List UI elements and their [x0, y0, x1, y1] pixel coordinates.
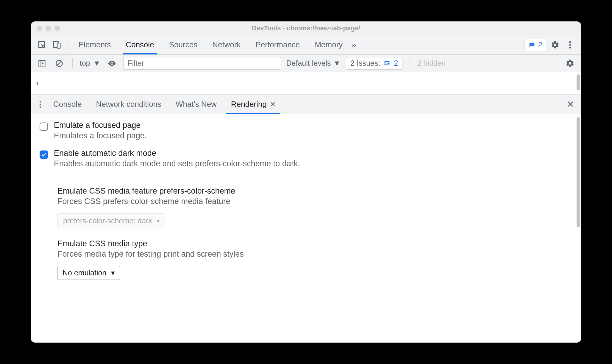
rendering-panel: Emulate a focused page Emulates a focuse… — [31, 114, 581, 343]
console-toolbar: top ▼ Default levels ▼ 2 Issues: 2 2 hid… — [31, 55, 581, 72]
clear-console-icon[interactable] — [53, 57, 65, 69]
section-title: Emulate CSS media type — [57, 239, 572, 248]
tab-network[interactable]: Network — [206, 35, 246, 54]
checkbox-emulate-focused[interactable] — [40, 123, 48, 131]
tab-label: Rendering — [231, 100, 267, 109]
kebab-menu-icon[interactable] — [564, 39, 576, 51]
sidebar-toggle-icon[interactable] — [36, 57, 48, 69]
drawer-tab-network-conditions[interactable]: Network conditions — [89, 95, 168, 114]
separator — [68, 40, 68, 50]
drawer-close-icon[interactable]: ✕ — [564, 99, 577, 109]
svg-point-15 — [40, 101, 41, 102]
svg-rect-14 — [385, 63, 388, 64]
tab-label: Performance — [256, 40, 300, 49]
tab-label: Console — [53, 100, 82, 109]
select-value: No emulation — [63, 269, 106, 277]
section-title: Emulate CSS media feature prefers-color-… — [57, 186, 572, 196]
option-title: Emulate a focused page — [54, 121, 147, 130]
issues-count: 2 — [538, 40, 542, 49]
tab-label: Elements — [79, 40, 111, 49]
console-prompt[interactable]: › — [31, 72, 581, 95]
message-icon — [383, 60, 391, 67]
main-tabs: Elements Console Sources Network Perform… — [31, 35, 581, 55]
levels-selector[interactable]: Default levels ▼ — [286, 59, 341, 68]
inspect-element-icon[interactable] — [36, 39, 48, 51]
section-desc: Forces media type for testing print and … — [57, 250, 572, 259]
devtools-window: DevTools - chrome://new-tab-page/ Elemen… — [31, 21, 581, 343]
tab-sources[interactable]: Sources — [163, 35, 203, 54]
tab-label: What's New — [176, 100, 217, 109]
drawer-tab-console[interactable]: Console — [47, 95, 88, 114]
tab-label: Network — [212, 40, 241, 49]
separator — [410, 58, 410, 68]
chevron-down-icon: ▼ — [93, 59, 101, 68]
select-prefers-color-scheme[interactable]: prefers-color-scheme: dark ▾ — [57, 213, 165, 228]
option-emulate-focused: Emulate a focused page Emulates a focuse… — [40, 121, 572, 140]
tab-label: Console — [126, 40, 154, 49]
tab-label: Memory — [315, 40, 343, 49]
drawer-tab-whats-new[interactable]: What's New — [169, 95, 223, 114]
option-auto-dark-mode: Enable automatic dark mode Enables autom… — [40, 149, 572, 168]
scrollbar-thumb[interactable] — [577, 74, 580, 90]
check-icon — [41, 152, 46, 157]
context-label: top — [80, 59, 90, 68]
chevron-down-icon: ▼ — [333, 59, 341, 68]
select-media-type[interactable]: No emulation ▾ — [57, 266, 120, 280]
tab-console[interactable]: Console — [120, 35, 160, 54]
context-selector[interactable]: top ▼ — [80, 59, 101, 68]
svg-rect-3 — [530, 44, 533, 44]
drawer-tab-rendering[interactable]: Rendering ✕ — [224, 95, 282, 114]
issues-label: 2 Issues: — [350, 59, 380, 68]
svg-rect-8 — [39, 60, 45, 66]
svg-point-17 — [40, 106, 41, 108]
section-desc: Forces CSS prefers-color-scheme media fe… — [57, 197, 572, 206]
section-media-type: Emulate CSS media type Forces media type… — [57, 239, 572, 280]
traffic-light-minimize[interactable] — [46, 26, 51, 31]
device-toggle-icon[interactable] — [51, 39, 63, 51]
drawer-menu-icon[interactable] — [35, 101, 46, 108]
message-icon — [528, 42, 536, 48]
svg-point-12 — [111, 62, 113, 64]
tab-label: Network conditions — [96, 100, 161, 109]
svg-line-11 — [57, 61, 61, 65]
tab-elements[interactable]: Elements — [73, 35, 117, 54]
titlebar: DevTools - chrome://new-tab-page/ — [31, 21, 581, 35]
traffic-lights — [37, 26, 60, 31]
drawer-tabs: Console Network conditions What's New Re… — [31, 95, 581, 114]
option-desc: Enables automatic dark mode and sets pre… — [54, 159, 300, 168]
section-prefers-color-scheme: Emulate CSS media feature prefers-color-… — [57, 186, 572, 228]
traffic-light-zoom[interactable] — [54, 26, 60, 31]
prompt-caret-icon: › — [36, 79, 39, 88]
issues-num: 2 — [394, 59, 398, 68]
settings-icon[interactable] — [549, 39, 561, 51]
svg-rect-2 — [57, 43, 60, 48]
checkbox-auto-dark-mode[interactable] — [40, 150, 48, 159]
more-tabs-icon[interactable]: » — [352, 40, 356, 50]
option-title: Enable automatic dark mode — [54, 149, 300, 158]
separator — [72, 58, 73, 68]
select-value: prefers-color-scheme: dark — [63, 216, 152, 225]
tab-memory[interactable]: Memory — [309, 35, 349, 54]
svg-point-16 — [40, 103, 41, 105]
chevron-down-icon: ▾ — [157, 218, 160, 224]
issues-pill[interactable]: 2 — [524, 39, 546, 51]
issues-button[interactable]: 2 Issues: 2 — [346, 57, 402, 70]
window-title: DevTools - chrome://new-tab-page/ — [31, 24, 581, 32]
drawer: Console Network conditions What's New Re… — [31, 95, 581, 343]
filter-input[interactable] — [123, 57, 281, 70]
divider — [57, 177, 572, 177]
tab-performance[interactable]: Performance — [250, 35, 306, 54]
svg-point-5 — [569, 41, 571, 43]
levels-label: Default levels — [286, 59, 331, 68]
console-settings-icon[interactable] — [564, 57, 576, 69]
traffic-light-close[interactable] — [37, 26, 42, 31]
scrollbar-thumb[interactable] — [577, 117, 580, 227]
svg-rect-13 — [385, 62, 389, 63]
svg-point-7 — [569, 47, 571, 48]
chevron-down-icon: ▾ — [111, 269, 115, 277]
svg-point-6 — [569, 44, 571, 46]
live-expression-icon[interactable] — [106, 57, 118, 69]
hidden-count[interactable]: 2 hidden — [417, 59, 446, 68]
close-tab-icon[interactable]: ✕ — [270, 100, 276, 109]
option-desc: Emulates a focused page. — [54, 131, 147, 140]
